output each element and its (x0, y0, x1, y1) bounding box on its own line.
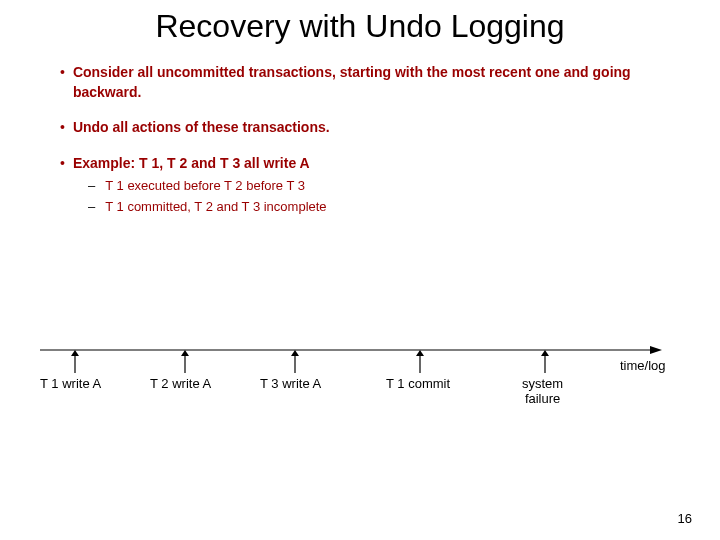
timeline-event-label: T 2 write A (150, 376, 211, 391)
bullet-text: Undo all actions of these transactions. (73, 118, 330, 138)
bullet-item: • Example: T 1, T 2 and T 3 all write A (60, 154, 680, 174)
timeline-event-label: T 1 write A (40, 376, 101, 391)
timeline-diagram: T 1 write A T 2 write A T 3 write A T 1 … (40, 340, 680, 390)
bullet-icon: • (60, 63, 65, 83)
timeline-event-label: T 3 write A (260, 376, 321, 391)
slide-title: Recovery with Undo Logging (40, 8, 680, 45)
svg-marker-7 (291, 350, 299, 356)
timeline-axis-label: time/log (620, 358, 666, 373)
sub-list: – T 1 executed before T 2 before T 3 – T… (88, 177, 680, 215)
svg-marker-9 (416, 350, 424, 356)
page-number: 16 (678, 511, 692, 526)
bullet-text: Consider all uncommitted transactions, s… (73, 63, 680, 102)
svg-marker-1 (650, 346, 662, 354)
timeline-event-label: system failure (522, 376, 563, 406)
bullet-item: • Undo all actions of these transactions… (60, 118, 680, 138)
dash-icon: – (88, 198, 95, 216)
content-area: • Consider all uncommitted transactions,… (40, 63, 680, 216)
bullet-item: • Consider all uncommitted transactions,… (60, 63, 680, 102)
slide: Recovery with Undo Logging • Consider al… (0, 0, 720, 540)
bullet-icon: • (60, 154, 65, 174)
sub-item: – T 1 executed before T 2 before T 3 (88, 177, 680, 195)
sub-item: – T 1 committed, T 2 and T 3 incomplete (88, 198, 680, 216)
sub-text: T 1 committed, T 2 and T 3 incomplete (105, 198, 326, 216)
bullet-icon: • (60, 118, 65, 138)
bullet-text: Example: T 1, T 2 and T 3 all write A (73, 154, 310, 174)
svg-marker-5 (181, 350, 189, 356)
timeline-event-label: T 1 commit (386, 376, 450, 391)
svg-marker-11 (541, 350, 549, 356)
svg-marker-3 (71, 350, 79, 356)
dash-icon: – (88, 177, 95, 195)
sub-text: T 1 executed before T 2 before T 3 (105, 177, 305, 195)
timeline-svg (40, 340, 680, 390)
